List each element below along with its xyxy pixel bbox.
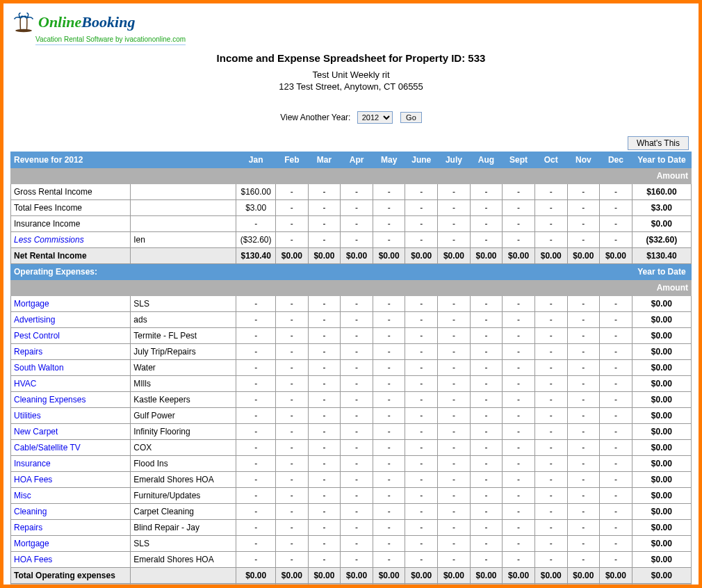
expense-link[interactable]: Cleaning Expenses: [14, 395, 85, 405]
expense-value: -: [534, 344, 567, 360]
expense-value: -: [405, 440, 438, 456]
expense-value: -: [373, 424, 405, 440]
month-header: Feb: [276, 152, 309, 168]
expense-link[interactable]: Cable/Satellite TV: [14, 443, 81, 452]
expense-value: -: [438, 440, 471, 456]
expense-value: -: [438, 392, 471, 408]
expense-link[interactable]: Mortgage: [14, 539, 49, 548]
expense-value: -: [373, 456, 405, 472]
expense-value: -: [503, 488, 535, 504]
expense-value: -: [600, 456, 632, 472]
expense-value: -: [567, 552, 600, 568]
spacer: [308, 168, 341, 184]
net-income-value: $0.00: [600, 584, 632, 589]
expense-value: -: [470, 440, 503, 456]
spacer: [131, 568, 236, 584]
expense-desc: MIlls: [131, 376, 236, 392]
expense-row-label: Cleaning: [11, 504, 131, 520]
spacer: [131, 584, 236, 589]
expense-value: -: [534, 376, 567, 392]
expense-ytd: $0.00: [632, 504, 691, 520]
month-header: Jan: [236, 152, 276, 168]
revenue-value: -: [405, 184, 438, 200]
expense-value: -: [341, 376, 373, 392]
expense-row-label: HOA Fees: [11, 472, 131, 488]
expense-link[interactable]: Cleaning: [14, 507, 47, 516]
palm-tree-icon: [13, 12, 34, 33]
expense-value: -: [373, 504, 405, 520]
revenue-value: -: [600, 216, 632, 232]
expense-value: -: [341, 296, 373, 312]
revenue-ytd: $0.00: [632, 216, 691, 232]
expense-link[interactable]: Advertising: [14, 315, 55, 325]
whats-this-button[interactable]: What's This: [628, 136, 689, 150]
header-spacer: [131, 152, 236, 168]
total-expenses-value: $0.00: [567, 568, 600, 584]
expense-link[interactable]: Insurance: [14, 459, 51, 468]
revenue-value: $160.00: [236, 184, 276, 200]
expense-link[interactable]: HOA Fees: [14, 475, 52, 484]
expense-link[interactable]: Pest Control: [14, 331, 60, 341]
expense-value: -: [308, 328, 341, 344]
expense-value: -: [438, 312, 471, 328]
expense-value: -: [405, 488, 438, 504]
expense-value: -: [600, 312, 632, 328]
expense-ytd: $0.00: [632, 360, 691, 376]
expense-row-label: Cable/Satellite TV: [11, 440, 131, 456]
expense-value: -: [308, 312, 341, 328]
expense-desc: Water: [131, 360, 236, 376]
expense-value: -: [405, 376, 438, 392]
revenue-value: -: [567, 232, 600, 248]
net-rental-value: $0.00: [405, 248, 438, 264]
expense-desc: SLS: [131, 296, 236, 312]
expense-value: -: [236, 344, 276, 360]
svg-point-0: [15, 29, 32, 33]
month-header: June: [405, 152, 438, 168]
expense-value: -: [503, 456, 535, 472]
month-header: May: [373, 152, 405, 168]
month-header: Nov: [567, 152, 600, 168]
year-dropdown[interactable]: 2012: [357, 111, 393, 124]
revenue-value: -: [373, 232, 405, 248]
go-button[interactable]: Go: [400, 112, 422, 123]
expense-value: -: [438, 376, 471, 392]
net-rental-value: $0.00: [567, 248, 600, 264]
expense-row-label: Misc: [11, 488, 131, 504]
expense-link[interactable]: Misc: [14, 491, 31, 500]
expense-link[interactable]: South Walton: [14, 363, 64, 373]
spacer: [567, 168, 600, 184]
expense-value: -: [567, 328, 600, 344]
expense-value: -: [470, 296, 503, 312]
expense-value: -: [503, 520, 535, 536]
expense-value: -: [438, 328, 471, 344]
expense-value: -: [438, 472, 471, 488]
expense-link[interactable]: Mortgage: [14, 299, 49, 309]
expense-link[interactable]: Repairs: [14, 347, 42, 357]
expense-link[interactable]: HOA Fees: [14, 555, 52, 564]
expense-link[interactable]: Repairs: [14, 523, 42, 532]
expense-value: -: [503, 360, 535, 376]
expense-value: -: [373, 440, 405, 456]
revenue-value: -: [567, 184, 600, 200]
spreadsheet-table: Revenue for 2012JanFebMarAprMayJuneJulyA…: [10, 152, 692, 588]
month-header: Dec: [600, 152, 632, 168]
revenue-link[interactable]: Less Commissions: [14, 235, 84, 245]
expense-link[interactable]: New Carpet: [14, 427, 58, 436]
expense-value: -: [534, 328, 567, 344]
expense-value: -: [503, 344, 535, 360]
expense-link[interactable]: HVAC: [14, 379, 36, 389]
expense-value: -: [600, 296, 632, 312]
expense-ytd: $0.00: [632, 312, 691, 328]
expense-link[interactable]: Utilities: [14, 411, 41, 420]
revenue-value: -: [236, 216, 276, 232]
revenue-desc: [131, 200, 236, 216]
expense-value: -: [308, 488, 341, 504]
expense-ytd: $0.00: [632, 376, 691, 392]
revenue-value: -: [373, 216, 405, 232]
expense-value: -: [276, 552, 309, 568]
total-expenses-ytd: $0.00: [632, 568, 691, 584]
spacer: [438, 168, 471, 184]
revenue-value: -: [276, 200, 309, 216]
revenue-value: -: [503, 200, 535, 216]
expense-value: -: [405, 552, 438, 568]
